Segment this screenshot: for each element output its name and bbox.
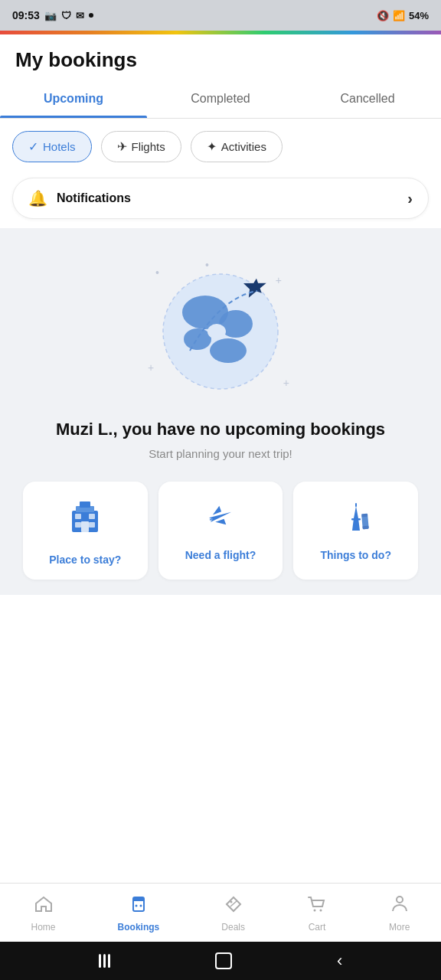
- shield-icon: 🛡: [61, 10, 71, 21]
- nav-deals-label: Deals: [221, 922, 245, 933]
- svg-point-4: [210, 338, 247, 363]
- nav-cart[interactable]: Cart: [298, 891, 336, 936]
- cart-icon: [307, 894, 327, 919]
- battery-display: 54%: [409, 10, 429, 21]
- svg-rect-22: [351, 518, 361, 521]
- bookings-icon: [129, 894, 149, 919]
- filter-chips: ✓ Hotels ✈ Flights ✦ Activities: [0, 119, 441, 168]
- svg-point-32: [230, 901, 232, 903]
- svg-marker-18: [211, 506, 221, 515]
- svg-point-34: [314, 910, 316, 912]
- signal-icon: 📶: [393, 10, 405, 21]
- svg-point-30: [135, 905, 137, 907]
- nav-deals[interactable]: Deals: [212, 891, 254, 936]
- status-time: 09:53 📷 🛡 ✉: [12, 9, 93, 21]
- svg-rect-14: [75, 522, 81, 528]
- page-title: My bookings: [0, 34, 441, 80]
- notification-label: Notifications: [57, 191, 131, 205]
- camera-icon: 📷: [44, 10, 57, 21]
- svg-point-35: [320, 910, 322, 912]
- card-activities[interactable]: Things to do?: [293, 482, 418, 580]
- check-icon: ✓: [28, 139, 38, 154]
- svg-rect-11: [80, 501, 90, 508]
- chip-activities[interactable]: ✦ Activities: [191, 131, 283, 162]
- svg-rect-16: [81, 521, 89, 532]
- chevron-right-icon: ›: [407, 190, 413, 207]
- tab-cancelled[interactable]: Cancelled: [294, 80, 441, 118]
- dot-indicator: [89, 13, 93, 18]
- svg-point-36: [397, 897, 403, 903]
- card-hotel-label: Place to stay?: [49, 554, 121, 566]
- svg-rect-27: [362, 526, 368, 530]
- more-icon: [390, 894, 410, 919]
- back-button[interactable]: ‹: [337, 951, 342, 971]
- main-content: My bookings Upcoming Completed Cancelled…: [0, 34, 441, 883]
- card-hotel[interactable]: Place to stay?: [23, 482, 148, 580]
- deco-plus-br: +: [283, 377, 289, 389]
- nav-bookings[interactable]: Bookings: [109, 891, 169, 936]
- notification-left: 🔔 Notifications: [28, 189, 131, 207]
- chip-flights[interactable]: ✈ Flights: [101, 131, 181, 162]
- nav-more[interactable]: More: [380, 891, 419, 936]
- category-cards: Place to stay? Need a flight?: [23, 482, 418, 580]
- globe-illustration: • • + + +: [144, 251, 297, 404]
- card-flight[interactable]: Need a flight?: [158, 482, 283, 580]
- svg-rect-12: [75, 514, 81, 519]
- recents-button[interactable]: [99, 954, 110, 968]
- home-icon: [34, 894, 54, 919]
- svg-rect-23: [353, 524, 359, 526]
- status-bar: 09:53 📷 🛡 ✉ 🔇 📶 54%: [0, 0, 441, 31]
- bell-icon: 🔔: [28, 189, 47, 207]
- empty-title: Muzi L., you have no upcoming bookings: [56, 420, 385, 439]
- svg-point-3: [184, 328, 211, 350]
- card-activities-label: Things to do?: [320, 549, 391, 561]
- svg-rect-24: [355, 503, 357, 507]
- mute-icon: 🔇: [377, 10, 389, 21]
- svg-point-5: [207, 324, 226, 339]
- svg-rect-29: [133, 897, 144, 901]
- tab-completed[interactable]: Completed: [147, 80, 294, 118]
- hotel-icon: [66, 497, 104, 543]
- bottom-nav: Home Bookings Deals: [0, 883, 441, 942]
- deco-dot-t: •: [205, 259, 209, 271]
- nav-cart-label: Cart: [309, 922, 326, 933]
- tab-upcoming[interactable]: Upcoming: [0, 80, 147, 118]
- card-flight-label: Need a flight?: [185, 549, 256, 561]
- notification-bar[interactable]: 🔔 Notifications ›: [12, 178, 429, 219]
- svg-rect-13: [89, 514, 95, 519]
- tabs-container: Upcoming Completed Cancelled: [0, 80, 441, 119]
- globe-svg: [144, 251, 297, 404]
- svg-rect-26: [361, 514, 368, 518]
- nav-home-label: Home: [31, 922, 56, 933]
- time-display: 09:53: [12, 9, 40, 21]
- nav-more-label: More: [389, 922, 410, 933]
- system-nav: ‹: [0, 942, 441, 980]
- chip-hotels[interactable]: ✓ Hotels: [12, 131, 92, 162]
- home-button[interactable]: [215, 952, 232, 969]
- deco-dot-tl: •: [155, 266, 159, 279]
- deco-plus-tr: +: [276, 274, 282, 286]
- svg-point-31: [139, 905, 142, 907]
- deco-plus-bl: +: [148, 361, 154, 374]
- deals-icon: [224, 894, 243, 919]
- mail-icon: ✉: [76, 10, 84, 21]
- empty-state: • • + + +: [0, 228, 441, 595]
- flight-icon: [201, 497, 240, 538]
- plane-icon: ✈: [117, 139, 127, 154]
- status-right-icons: 🔇 📶 54%: [377, 10, 429, 21]
- svg-rect-15: [89, 522, 95, 528]
- empty-subtitle: Start planning your next trip!: [149, 447, 292, 460]
- activities-icon: ✦: [207, 139, 217, 154]
- nav-bookings-label: Bookings: [118, 922, 160, 933]
- activities-icon: [337, 497, 375, 538]
- nav-home[interactable]: Home: [22, 891, 65, 936]
- svg-marker-19: [215, 519, 226, 528]
